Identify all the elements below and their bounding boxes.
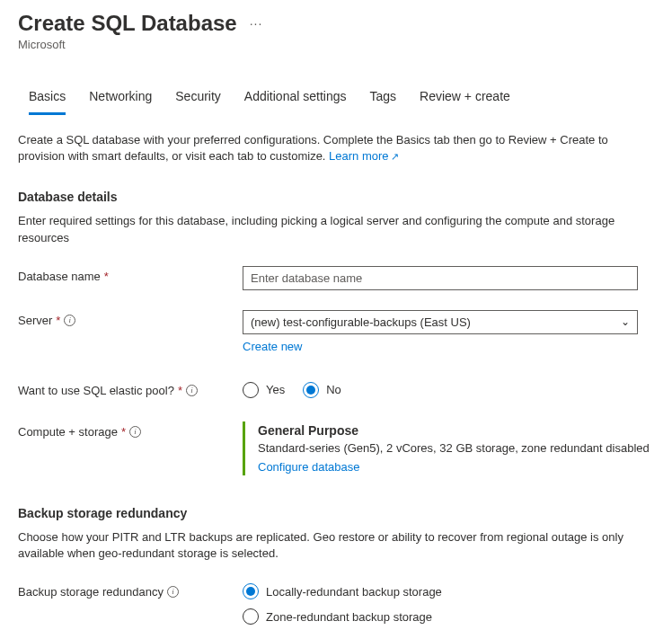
elastic-pool-yes-radio[interactable]: Yes	[243, 382, 285, 398]
database-details-heading: Database details	[18, 190, 654, 204]
compute-tier-title: General Purpose	[258, 423, 654, 438]
backup-redundancy-label: Backup storage redundancy i	[18, 581, 243, 599]
compute-storage-label: Compute + storage * i	[18, 421, 243, 439]
database-details-desc: Enter required settings for this databas…	[18, 213, 654, 245]
server-select[interactable]: (new) test-configurable-backups (East US…	[243, 310, 638, 334]
database-name-label: Database name *	[18, 266, 243, 283]
tab-networking[interactable]: Networking	[89, 84, 152, 115]
required-asterisk: *	[121, 425, 126, 439]
learn-more-link[interactable]: Learn more↗	[329, 149, 398, 163]
backup-redundancy-desc: Choose how your PITR and LTR backups are…	[18, 529, 654, 562]
elastic-pool-label: Want to use SQL elastic pool? * i	[18, 380, 243, 397]
backup-zone-radio[interactable]: Zone-redundant backup storage	[243, 608, 654, 625]
create-new-server-link[interactable]: Create new	[243, 340, 654, 353]
required-asterisk: *	[104, 270, 109, 283]
tab-bar: Basics Networking Security Additional se…	[18, 84, 654, 116]
tab-basics[interactable]: Basics	[29, 84, 66, 115]
info-icon[interactable]: i	[186, 385, 198, 396]
intro-text: Create a SQL database with your preferre…	[18, 132, 654, 164]
backup-local-radio[interactable]: Locally-redundant backup storage	[243, 583, 654, 599]
intro-body: Create a SQL database with your preferre…	[18, 133, 608, 163]
external-link-icon: ↗	[391, 151, 399, 162]
backup-redundancy-heading: Backup storage redundancy	[18, 506, 654, 520]
tab-review-create[interactable]: Review + create	[420, 84, 510, 115]
info-icon[interactable]: i	[64, 315, 75, 326]
compute-tier-desc: Standard-series (Gen5), 2 vCores, 32 GB …	[258, 441, 654, 455]
info-icon[interactable]: i	[167, 586, 179, 598]
tab-tags[interactable]: Tags	[369, 84, 396, 115]
page-subtitle: Microsoft	[18, 38, 654, 51]
tab-security[interactable]: Security	[175, 84, 221, 115]
tab-additional-settings[interactable]: Additional settings	[244, 84, 347, 115]
chevron-down-icon: ⌄	[621, 315, 630, 328]
database-name-input[interactable]	[243, 266, 638, 290]
server-label: Server * i	[18, 310, 243, 327]
required-asterisk: *	[178, 384, 182, 397]
configure-database-link[interactable]: Configure database	[258, 460, 359, 474]
compute-storage-summary: General Purpose Standard-series (Gen5), …	[243, 421, 654, 475]
more-actions-button[interactable]: ···	[250, 16, 263, 31]
info-icon[interactable]: i	[129, 426, 141, 438]
required-asterisk: *	[56, 314, 60, 327]
server-select-value: (new) test-configurable-backups (East US…	[251, 315, 471, 329]
elastic-pool-no-radio[interactable]: No	[303, 382, 341, 398]
page-title: Create SQL Database	[18, 11, 237, 36]
